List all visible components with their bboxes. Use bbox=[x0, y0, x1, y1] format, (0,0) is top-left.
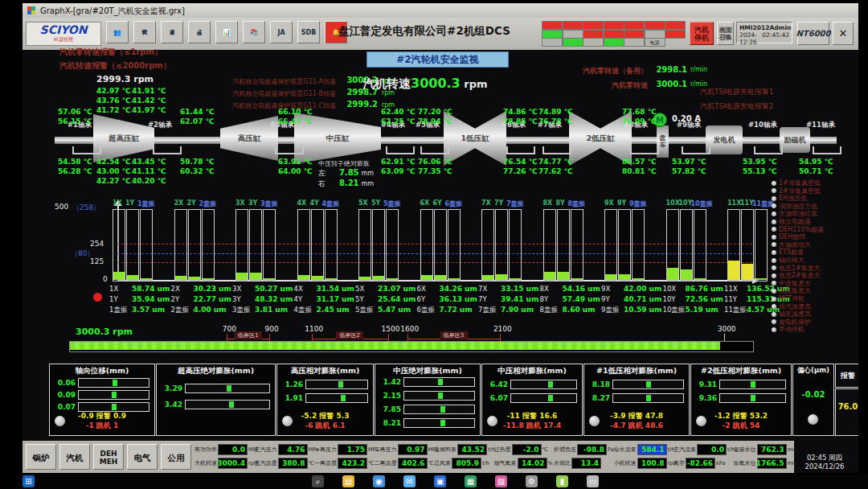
gauge-row: 3.29 bbox=[160, 384, 270, 393]
vibration-bar-outline bbox=[188, 209, 201, 281]
alarm-grid-cell[interactable] bbox=[542, 30, 563, 39]
screen-callup-button[interactable]: 画面召唤 bbox=[717, 22, 734, 45]
panel-status-indicator bbox=[55, 416, 65, 426]
gauge-value: 0.06 bbox=[53, 379, 76, 387]
doc-icon[interactable]: ▣ bbox=[434, 475, 446, 487]
image-icon[interactable]: ▨ bbox=[495, 475, 507, 487]
vib-table-value: 35.94 um bbox=[132, 295, 170, 303]
vib-table-value: 86.76 um bbox=[686, 285, 723, 293]
books-icon[interactable]: 📚 bbox=[243, 21, 265, 43]
alarm-grid-cell[interactable] bbox=[645, 21, 665, 30]
monitor-icon[interactable]: 🖥 bbox=[161, 21, 183, 43]
window-titlebar[interactable]: GraphX-[gra/#20T_汽机安全监视.grx] bbox=[23, 3, 858, 18]
alarm-grid-cell[interactable]: 电源 bbox=[645, 38, 665, 47]
main-speed: 汽机转速3000.3 rpm bbox=[362, 76, 488, 92]
trip-indicator-icon bbox=[772, 227, 776, 232]
alarm-grid-cell[interactable] bbox=[665, 30, 686, 39]
sheet-icon[interactable]: ▦ bbox=[465, 475, 477, 487]
mail-icon[interactable]: ✉ bbox=[403, 475, 416, 487]
alarm-grid-cell[interactable] bbox=[542, 38, 563, 47]
vib-table-label: 2盖振 bbox=[171, 306, 189, 315]
bearing-temp-bottom: 77.35 ℃ bbox=[418, 167, 452, 175]
file-explorer-icon[interactable]: ▤ bbox=[342, 475, 354, 487]
search-icon[interactable]: ⌕ bbox=[312, 475, 324, 487]
nt6000-badge: NT6000 bbox=[797, 22, 829, 45]
users-icon[interactable]: 👥 bbox=[106, 21, 129, 43]
vibration-bar-outline bbox=[372, 209, 385, 281]
vib-table-value: 4.00 um bbox=[194, 306, 227, 314]
bar-group-label: 4X bbox=[297, 199, 307, 207]
param-cell: 水煤比13.4 bbox=[554, 458, 613, 469]
printer-icon[interactable]: 🖨 bbox=[188, 21, 211, 43]
gauge-bar bbox=[510, 393, 577, 403]
alarm-summary-grid[interactable]: 电源 bbox=[542, 21, 686, 46]
alarm-grid-cell[interactable] bbox=[563, 38, 583, 47]
os-taskbar[interactable]: ⊞⌕▤◉✉▣▦▨⚙▮▭ bbox=[16, 475, 868, 489]
close-icon[interactable]: ✕ bbox=[833, 22, 854, 45]
bearing-temp-bottom: 53.95 ℃ bbox=[743, 158, 777, 166]
alarm-grid-cell[interactable] bbox=[583, 38, 604, 47]
ja-icon[interactable]: JA bbox=[270, 21, 293, 43]
param-cell: 主汽温度380.8℃ bbox=[255, 458, 314, 469]
browser-icon[interactable]: ◉ bbox=[373, 475, 385, 487]
vib-table-value: 33.15 um bbox=[501, 285, 538, 293]
alarm-grid-cell[interactable] bbox=[542, 21, 563, 30]
param-value: -2.0 bbox=[512, 444, 542, 455]
gauge-row: 8.21 bbox=[379, 418, 475, 428]
chart-status-dot[interactable] bbox=[93, 293, 102, 302]
alarm-grid-cell[interactable] bbox=[604, 21, 624, 30]
alarm-grid-cell[interactable] bbox=[563, 21, 583, 30]
alarm-grid-cell[interactable] bbox=[624, 21, 645, 30]
tools-icon[interactable]: 🛠 bbox=[133, 21, 156, 43]
bearing-temp-bottom: 80.57 ℃ bbox=[622, 158, 657, 166]
bearing-temp-bottom: 77.26 ℃ bbox=[503, 167, 538, 175]
bar-group-label: 9盖振 bbox=[629, 199, 647, 208]
nav-button-3[interactable]: DEH MEH bbox=[93, 444, 124, 470]
param-label: 真空 bbox=[674, 459, 685, 467]
alarm-grid-cell[interactable] bbox=[563, 30, 583, 39]
chart-icon[interactable]: 📊 bbox=[215, 21, 238, 43]
trash-icon[interactable]: ▭ bbox=[587, 475, 599, 487]
alarm-grid-cell[interactable] bbox=[624, 38, 645, 47]
trip-indicator-icon bbox=[772, 220, 776, 224]
param-cell: 除氧水位1766.5mm bbox=[734, 458, 793, 469]
param-value: 100.8 bbox=[637, 458, 667, 469]
param-label: 主汽流量 bbox=[674, 446, 696, 454]
nav-button-5[interactable]: 公用 bbox=[161, 444, 191, 470]
y-tick-0: 0 bbox=[103, 275, 108, 283]
alarm-grid-cell[interactable] bbox=[645, 30, 665, 39]
turbine-trip-button[interactable]: 汽机停机 bbox=[690, 22, 714, 45]
bearing-temp-bottom: 63.91 ℃ bbox=[278, 158, 313, 166]
vib-table-label: 7盖振 bbox=[478, 306, 496, 315]
vib-table-label: 2X bbox=[171, 285, 180, 293]
param-unit: ℃ bbox=[428, 460, 434, 466]
generator: 发电机 bbox=[706, 125, 743, 154]
gauge-row: 9.36 bbox=[694, 393, 786, 403]
param-cell: 总燃料量43.52t/h bbox=[434, 444, 493, 455]
vib-table-label: 11Y bbox=[724, 295, 737, 303]
nav-button-2[interactable]: 汽机 bbox=[59, 444, 90, 470]
alarm-grid-cell[interactable] bbox=[624, 30, 645, 39]
alarm-grid-cell[interactable] bbox=[604, 30, 624, 39]
trip-indicator-icon bbox=[772, 203, 776, 208]
bearing-label: #9轴承 bbox=[677, 121, 701, 130]
vib-table-label: 4盖振 bbox=[294, 306, 312, 315]
settings-icon[interactable]: ⚙ bbox=[526, 475, 538, 487]
nav-button-4[interactable]: 电气 bbox=[127, 444, 158, 470]
alarm-grid-cell[interactable] bbox=[665, 21, 686, 30]
bearing-bracket bbox=[542, 146, 571, 154]
bearing-bracket bbox=[630, 146, 659, 154]
critical-zone-label: 临界区3 bbox=[440, 331, 468, 339]
vib-table-label: 10X bbox=[663, 285, 677, 293]
start-icon[interactable]: ⊞ bbox=[23, 475, 35, 487]
alarm-grid-cell[interactable] bbox=[583, 30, 604, 39]
vibration-bar-fill bbox=[558, 272, 569, 280]
trip-indicator-icon bbox=[772, 281, 776, 286]
alarm-grid-cell[interactable] bbox=[604, 38, 624, 47]
nav-button-1[interactable]: 锅炉 bbox=[26, 444, 56, 470]
terminal-icon[interactable]: ▮ bbox=[556, 475, 568, 487]
uhp-temp-top: 41.91 ℃ bbox=[132, 87, 166, 95]
alarm-grid-cell[interactable] bbox=[583, 21, 604, 30]
param-value: 805.9 bbox=[452, 458, 481, 469]
bar-group-label: 4Y bbox=[310, 199, 319, 207]
